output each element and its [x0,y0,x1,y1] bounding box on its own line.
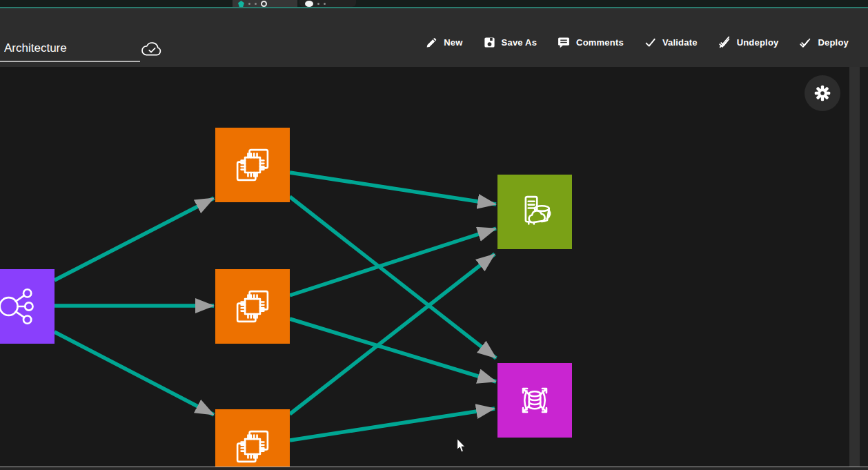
architecture-name-field [0,39,166,62]
scalable-database-icon [511,376,559,424]
diagram-canvas[interactable] [0,67,849,467]
edge-compute-middle-to-database [290,319,496,382]
ec2-instances-icon [228,422,277,467]
ec2-instances-icon [228,282,277,331]
floppy-icon [484,37,495,48]
comment-icon [558,37,570,48]
pencil-icon [426,37,437,48]
browser-tab-inactive[interactable] [299,0,356,7]
tab-text-dot [324,3,326,5]
ec2-instances-icon [228,141,277,189]
canvas-settings-button[interactable] [805,75,840,111]
canvas-area [0,67,868,467]
edge-load-balancer-to-compute-bottom [55,332,214,415]
tab-text-dot [317,3,319,5]
vertical-scrollbar[interactable] [849,67,860,467]
check-icon [644,37,656,48]
gear-icon [812,83,833,104]
tab-favicon-icon [261,1,267,7]
double-check-icon [799,36,811,48]
browser-tab-active[interactable] [233,0,297,7]
validate-button[interactable]: Validate [644,37,698,48]
toolbar-actions: New Save As Comments [426,36,849,48]
edge-compute-middle-to-storage [290,228,496,295]
comments-button[interactable]: Comments [558,37,624,48]
node-load-balancer[interactable] [0,269,55,344]
button-label: New [444,37,462,48]
mouse-cursor [457,438,466,453]
deploy-button[interactable]: Deploy [799,36,849,48]
edge-compute-bottom-to-database [290,409,495,440]
browser-tab-strip [0,0,868,8]
button-label: Undeploy [737,37,779,48]
load-balancer-icon [0,282,42,331]
storage-bucket-icon [511,188,559,236]
new-button[interactable]: New [426,37,462,48]
diagram-edges [0,67,849,467]
save-as-button[interactable]: Save As [484,37,537,48]
tab-text-dot [248,3,250,5]
tab2-favicon-icon [305,1,313,7]
edge-load-balancer-to-compute-top [55,198,214,280]
node-database[interactable] [497,363,572,438]
app-window: New Save As Comments [0,0,868,470]
bottom-edge [0,467,868,470]
button-label: Comments [576,37,624,48]
button-label: Validate [662,37,698,48]
node-compute-top[interactable] [215,128,290,202]
button-label: Deploy [818,37,849,48]
double-check-slash-icon [718,36,731,48]
edge-compute-top-to-storage [290,173,496,204]
app-logo-icon [238,1,244,7]
node-compute-middle[interactable] [215,269,290,344]
node-storage[interactable] [497,175,572,249]
architecture-name-input[interactable] [0,39,140,62]
toolbar: New Save As Comments [0,8,868,67]
button-label: Save As [502,37,537,48]
node-compute-bottom[interactable] [215,409,290,467]
tab-text-dot [255,3,257,5]
undeploy-button[interactable]: Undeploy [718,36,779,48]
cloud-check-icon [141,40,163,58]
